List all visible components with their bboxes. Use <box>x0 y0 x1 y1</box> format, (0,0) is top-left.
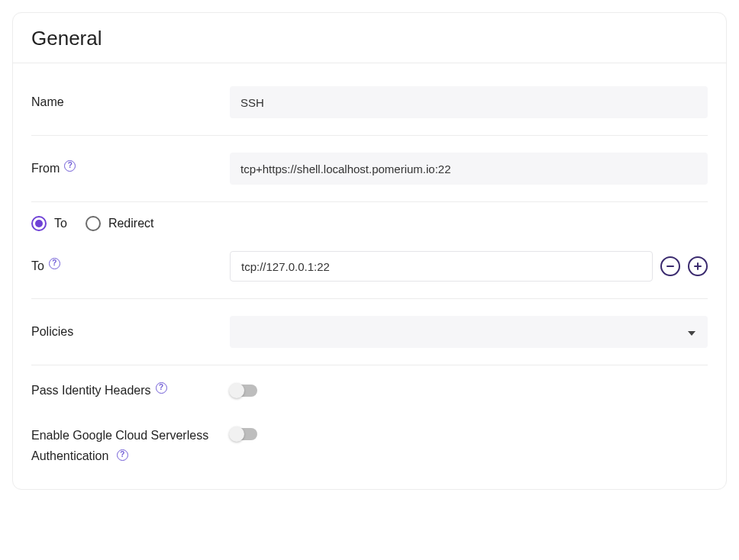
row-name: Name <box>31 69 708 136</box>
general-card: General Name From ? To <box>12 12 727 490</box>
row-gcloud-serverless: Enable Google Cloud Serverless Authentic… <box>31 413 708 471</box>
minus-icon <box>666 262 675 271</box>
remove-to-button[interactable] <box>660 256 680 276</box>
to-input[interactable] <box>230 251 653 282</box>
card-body: Name From ? To R <box>13 63 726 489</box>
help-icon[interactable]: ? <box>117 449 128 461</box>
gcloud-serverless-toggle[interactable] <box>230 428 257 440</box>
radio-to-label: To <box>54 217 67 230</box>
name-label: Name <box>31 95 230 109</box>
plus-icon <box>693 262 702 271</box>
help-icon[interactable]: ? <box>156 382 167 394</box>
radio-circle-unselected-icon <box>86 216 101 231</box>
name-input[interactable] <box>230 86 708 118</box>
row-routing: To Redirect To ? <box>31 202 708 299</box>
row-to: To ? <box>31 231 708 298</box>
pass-identity-toggle[interactable] <box>230 385 257 397</box>
row-from: From ? <box>31 136 708 202</box>
routing-radio-group: To Redirect <box>31 202 708 231</box>
radio-to[interactable]: To <box>31 216 67 231</box>
help-icon[interactable]: ? <box>49 258 60 269</box>
section-title: General <box>31 27 708 50</box>
card-header: General <box>13 13 726 63</box>
radio-redirect[interactable]: Redirect <box>86 216 154 231</box>
add-to-button[interactable] <box>688 256 708 276</box>
row-policies: Policies <box>31 299 708 365</box>
policies-select[interactable] <box>230 316 708 348</box>
to-label: To <box>31 259 44 273</box>
radio-redirect-label: Redirect <box>108 217 154 230</box>
policies-label: Policies <box>31 325 230 339</box>
pass-identity-label: Pass Identity Headers <box>31 384 151 397</box>
from-input[interactable] <box>230 153 708 185</box>
help-icon[interactable]: ? <box>64 160 76 172</box>
from-label: From <box>31 162 60 175</box>
radio-circle-selected-icon <box>31 216 47 231</box>
row-pass-identity: Pass Identity Headers ? <box>31 365 708 413</box>
